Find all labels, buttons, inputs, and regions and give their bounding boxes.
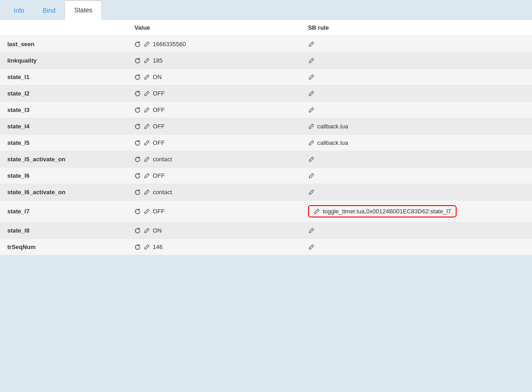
refresh-icon[interactable]	[134, 156, 141, 163]
sbrule-edit-icon[interactable]	[308, 189, 314, 196]
tab-states[interactable]: States	[64, 0, 102, 20]
refresh-icon[interactable]	[134, 58, 141, 64]
col-header-name	[0, 20, 127, 36]
edit-icon[interactable]	[144, 244, 150, 250]
refresh-icon[interactable]	[134, 228, 141, 234]
row-value-text-5: OFF	[153, 123, 165, 130]
row-name-5: state_l4	[0, 118, 127, 135]
tab-bind[interactable]: Bind	[33, 1, 64, 20]
row-value-cell-4: OFF	[127, 102, 301, 118]
table-row: state_l1 ON	[0, 69, 532, 85]
edit-icon[interactable]	[144, 107, 150, 113]
table-header-row: Value SB rule	[0, 20, 532, 36]
table-row: state_l5 OFF callback.lua	[0, 135, 532, 151]
table-row: state_l5_activate_on contact	[0, 151, 532, 168]
refresh-icon[interactable]	[134, 140, 141, 146]
edit-icon[interactable]	[144, 140, 150, 146]
col-header-sbrule: SB rule	[301, 20, 532, 36]
tab-info[interactable]: Info	[5, 1, 33, 20]
table-row: state_l4 OFF callback.lua	[0, 118, 532, 135]
sbrule-edit-icon[interactable]	[308, 156, 314, 163]
row-value-cell-9: contact	[127, 184, 301, 201]
sbrule-edit-icon[interactable]	[308, 41, 314, 48]
states-table: Value SB rule last_seen 1666335560 linkq…	[0, 20, 532, 255]
refresh-icon[interactable]	[134, 123, 141, 130]
sbrule-edit-icon[interactable]	[308, 74, 314, 80]
row-name-2: state_l1	[0, 69, 127, 85]
row-name-0: last_seen	[0, 36, 127, 53]
edit-icon[interactable]	[144, 41, 150, 48]
edit-icon[interactable]	[144, 156, 150, 163]
sbrule-edit-icon[interactable]	[314, 208, 320, 215]
row-sbrule-cell-3	[301, 85, 532, 102]
row-sbrule-cell-6: callback.lua	[301, 135, 532, 151]
row-value-text-7: contact	[153, 156, 172, 163]
refresh-icon[interactable]	[134, 74, 141, 80]
row-value-cell-8: OFF	[127, 168, 301, 184]
row-sbrule-cell-2	[301, 69, 532, 85]
row-sbrule-cell-12	[301, 239, 532, 255]
table-row: state_l2 OFF	[0, 85, 532, 102]
table-row: state_l3 OFF	[0, 102, 532, 118]
row-value-cell-6: OFF	[127, 135, 301, 151]
sbrule-edit-icon[interactable]	[308, 244, 314, 250]
refresh-icon[interactable]	[134, 90, 141, 97]
row-sbrule-cell-11	[301, 222, 532, 239]
edit-icon[interactable]	[144, 228, 150, 234]
table-row: last_seen 1666335560	[0, 36, 532, 53]
row-value-text-8: OFF	[153, 172, 165, 179]
edit-icon[interactable]	[144, 74, 150, 80]
refresh-icon[interactable]	[134, 41, 141, 48]
sbrule-edit-icon[interactable]	[308, 228, 314, 234]
row-value-cell-5: OFF	[127, 118, 301, 135]
row-name-4: state_l3	[0, 102, 127, 118]
table-row: linkquality 185	[0, 53, 532, 69]
row-sbrule-cell-0	[301, 36, 532, 53]
sbrule-edit-icon[interactable]	[308, 58, 314, 64]
refresh-icon[interactable]	[134, 107, 141, 113]
refresh-icon[interactable]	[134, 173, 141, 179]
row-value-cell-3: OFF	[127, 85, 301, 102]
edit-icon[interactable]	[144, 90, 150, 97]
sbrule-text-6: callback.lua	[317, 139, 348, 146]
row-value-cell-11: ON	[127, 222, 301, 239]
row-name-12: trSeqNum	[0, 239, 127, 255]
table-row: state_l6_activate_on contact	[0, 184, 532, 201]
sbrule-edit-icon[interactable]	[308, 90, 314, 97]
table-body: last_seen 1666335560 linkquality 185 sta…	[0, 36, 532, 255]
edit-icon[interactable]	[144, 208, 150, 215]
row-name-7: state_l5_activate_on	[0, 151, 127, 168]
row-value-text-3: OFF	[153, 90, 165, 97]
row-name-8: state_l6	[0, 168, 127, 184]
row-sbrule-cell-5: callback.lua	[301, 118, 532, 135]
refresh-icon[interactable]	[134, 208, 141, 215]
table-row: state_l7 OFF toggle_timer.lua,0x00124B00…	[0, 201, 532, 222]
sbrule-edit-icon[interactable]	[308, 173, 314, 179]
row-value-text-12: 146	[153, 244, 163, 250]
col-header-value: Value	[127, 20, 301, 36]
edit-icon[interactable]	[144, 173, 150, 179]
sbrule-edit-icon[interactable]	[308, 140, 314, 146]
row-value-text-4: OFF	[153, 106, 165, 113]
sbrule-edit-icon[interactable]	[308, 123, 314, 130]
row-sbrule-cell-7	[301, 151, 532, 168]
refresh-icon[interactable]	[134, 244, 141, 250]
row-name-1: linkquality	[0, 53, 127, 69]
sbrule-edit-icon[interactable]	[308, 107, 314, 113]
table-row: trSeqNum 146	[0, 239, 532, 255]
edit-icon[interactable]	[144, 123, 150, 130]
edit-icon[interactable]	[144, 189, 150, 196]
row-name-3: state_l2	[0, 85, 127, 102]
row-value-cell-12: 146	[127, 239, 301, 255]
row-sbrule-cell-4	[301, 102, 532, 118]
table-area: Value SB rule last_seen 1666335560 linkq…	[0, 20, 532, 255]
main-container: InfoBindStates Value SB rule last_seen 1…	[0, 0, 532, 392]
row-value-cell-10: OFF	[127, 201, 301, 222]
row-sbrule-cell-9	[301, 184, 532, 201]
row-value-text-11: ON	[153, 227, 162, 234]
row-value-text-6: OFF	[153, 139, 165, 146]
row-name-10: state_l7	[0, 201, 127, 222]
edit-icon[interactable]	[144, 58, 150, 64]
refresh-icon[interactable]	[134, 189, 141, 196]
row-name-6: state_l5	[0, 135, 127, 151]
